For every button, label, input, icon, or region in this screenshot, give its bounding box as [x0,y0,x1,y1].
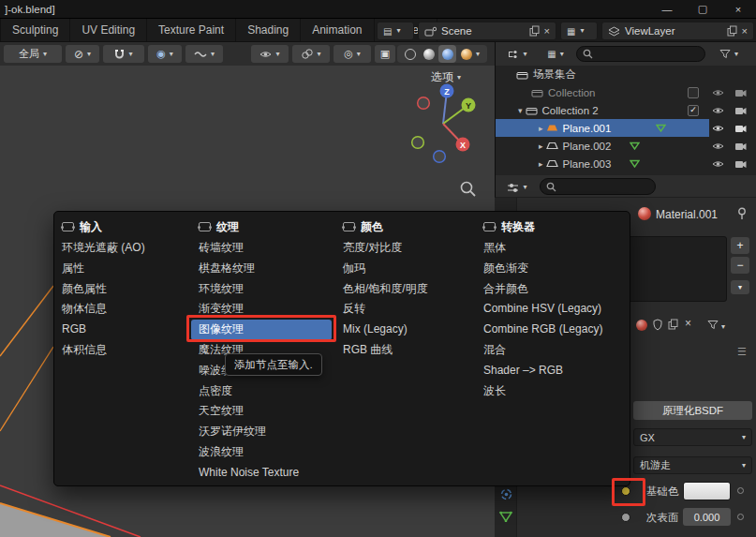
copy-icon[interactable] [529,25,540,37]
scene-selector[interactable]: Scene × [418,22,556,40]
zoom-icon[interactable] [459,180,478,199]
outliner-row-plane-003[interactable]: ▸ Plane.003 [496,155,756,172]
menu-item-image-texture[interactable]: 图像纹理 [191,320,332,340]
menu-item[interactable]: RGB 曲线 [335,340,476,361]
menu-item[interactable]: RGB [54,320,191,340]
outliner-filter-dropdown[interactable]: ▾ [709,45,749,63]
menu-item[interactable]: 体积信息 [54,340,191,361]
eye-icon[interactable] [712,159,724,169]
slot-specials-dropdown[interactable]: ▾ [731,280,749,294]
copy-icon[interactable] [668,319,678,333]
menu-item[interactable]: 波浪纹理 [191,442,335,463]
navigation-gizmo[interactable]: Z Y X [398,77,492,180]
fake-user-shield-icon[interactable] [653,319,662,334]
eye-icon[interactable] [712,88,724,97]
camera-icon[interactable] [734,142,747,151]
camera-icon[interactable] [734,106,747,115]
transform-orientation-dropdown[interactable]: 全局 ▾ [4,45,62,63]
tab-uv-editing[interactable]: UV Editing [70,19,147,41]
minimize-button[interactable]: — [649,0,685,18]
base-color-swatch[interactable] [683,482,731,500]
scene-browse-dropdown[interactable]: ▤ ▾ [377,22,414,40]
proportional-editing-dropdown[interactable]: ◉ ▾ [148,45,182,63]
decorator-dot[interactable] [737,487,744,494]
disclosure-right-icon[interactable]: ▸ [539,124,543,133]
eye-icon[interactable] [712,142,724,151]
viewlayer-browse-dropdown[interactable]: ▦ ▾ [560,22,598,40]
menu-item[interactable]: 沃罗诺伊纹理 [191,422,335,442]
menu-item[interactable]: 颜色渐变 [476,259,628,279]
menu-item[interactable]: 伽玛 [335,259,476,279]
outliner-row-plane-001[interactable]: ▸ Plane.001 [496,119,756,137]
subsurface-method-dropdown[interactable]: 机游走 ▾ [633,456,752,474]
properties-search-input[interactable] [540,178,656,195]
object-visibility-dropdown[interactable]: ▾ [251,45,289,63]
menu-item[interactable]: 棋盘格纹理 [191,259,335,279]
properties-editor-type-dropdown[interactable]: ▾ [499,178,535,196]
axis-neg-x-handle[interactable] [418,97,430,110]
camera-icon[interactable] [734,159,747,169]
menu-item[interactable]: 亮度/对比度 [335,238,476,259]
surface-shader-button[interactable]: 原理化BSDF [633,401,752,420]
outliner-row-collection[interactable]: Collection [496,83,756,101]
menu-item[interactable]: 色相/饱和度/明度 [335,279,476,300]
menu-item[interactable]: 波长 [476,381,628,402]
shading-material-button[interactable] [438,45,456,63]
falloff-dropdown[interactable]: ▾ [185,45,223,63]
gizmos-dropdown[interactable]: ▾ [292,45,330,63]
outliner-search-input[interactable] [576,46,705,62]
menu-item[interactable]: 反转 [335,299,476,320]
menu-item[interactable]: 混合 [476,340,628,361]
eye-icon[interactable] [712,106,724,115]
disclosure-right-icon[interactable]: ▸ [539,142,543,151]
menu-item[interactable]: Shader –> RGB [476,361,628,381]
menu-item[interactable]: 物体信息 [54,299,191,320]
close-button[interactable]: × [720,0,756,18]
filter-funnel-icon[interactable] [707,320,719,333]
exclude-checkbox[interactable]: ✓ [688,105,699,116]
menu-item[interactable]: 属性 [54,259,191,279]
menu-item[interactable]: 环境纹理 [191,279,335,300]
outliner-display-mode-dropdown[interactable]: ▦ ▾ [539,45,572,63]
tab-shading[interactable]: Shading [236,19,301,41]
remove-slot-button[interactable]: − [731,257,749,274]
unlink-icon[interactable]: × [685,317,691,330]
copy-icon[interactable] [727,25,737,37]
outliner-row-scene-collection[interactable]: 场景集合 [496,66,756,83]
menu-item[interactable]: 黑体 [476,238,628,259]
tab-sculpting[interactable]: Sculpting [0,19,70,41]
axis-neg-y-handle[interactable] [412,137,424,149]
snap-dropdown[interactable]: ▾ [103,45,144,63]
menu-item[interactable]: 砖墙纹理 [191,238,335,259]
overlays-dropdown[interactable]: ◎ ▾ [334,45,371,63]
menu-item[interactable]: 渐变纹理 [191,299,335,320]
viewlayer-selector[interactable]: ViewLayer × [601,22,754,40]
maximize-button[interactable]: ▢ [685,0,720,18]
tab-object-data-icon[interactable] [499,511,512,525]
axis-neg-z-handle[interactable] [434,151,446,163]
subsurface-socket-icon[interactable] [621,513,630,522]
menu-item[interactable]: 点密度 [191,381,335,402]
xray-toggle[interactable]: ▣ [375,45,395,63]
menu-item[interactable]: 环境光遮蔽 (AO) [54,238,191,259]
tab-physics-icon[interactable] [499,487,513,504]
menu-item[interactable]: 颜色属性 [54,279,191,300]
pin-icon[interactable] [736,207,748,223]
shading-wireframe-button[interactable] [401,45,419,63]
menu-item[interactable]: Combine RGB (Legacy) [476,320,628,340]
menu-item[interactable]: 合并颜色 [476,279,628,300]
menu-item[interactable]: Mix (Legacy) [335,320,476,340]
shading-solid-button[interactable] [420,45,437,63]
chevron-down-icon[interactable]: ▾ [721,323,725,331]
add-slot-button[interactable]: + [731,237,749,254]
camera-icon[interactable] [734,88,747,97]
eye-icon[interactable] [712,124,724,133]
distribution-dropdown[interactable]: GX ▾ [633,428,752,446]
panel-menu-icon[interactable]: ☰ [737,346,747,358]
menu-item[interactable]: Combine HSV (Legacy) [476,299,628,320]
shading-rendered-button[interactable] [457,45,475,63]
camera-icon[interactable] [734,124,747,133]
pivot-point-dropdown[interactable]: ⊘ ▾ [66,45,99,63]
tab-texture-paint[interactable]: Texture Paint [147,19,236,41]
outliner-row-collection-2[interactable]: ▾ Collection 2 ✓ [496,101,756,119]
